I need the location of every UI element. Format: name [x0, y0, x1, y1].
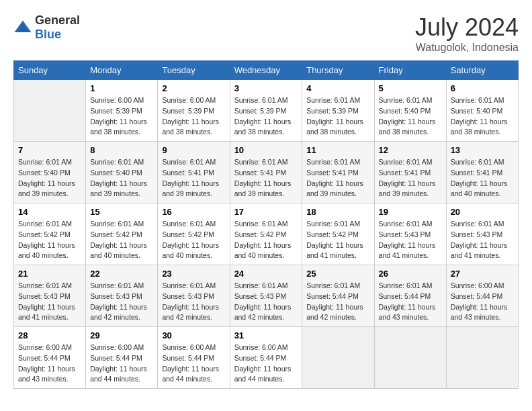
day-cell — [302, 327, 374, 389]
day-number: 19 — [379, 207, 442, 217]
day-detail: Sunrise: 6:00 AM Sunset: 5:39 PM Dayligh… — [90, 95, 153, 138]
day-cell: 20 Sunrise: 6:01 AM Sunset: 5:43 PM Dayl… — [446, 203, 518, 265]
day-detail: Sunrise: 6:01 AM Sunset: 5:42 PM Dayligh… — [234, 219, 298, 261]
day-cell — [14, 80, 86, 142]
day-cell: 10 Sunrise: 6:01 AM Sunset: 5:41 PM Dayl… — [230, 142, 302, 203]
day-cell: 2 Sunrise: 6:00 AM Sunset: 5:39 PM Dayli… — [158, 80, 230, 142]
day-detail: Sunrise: 6:01 AM Sunset: 5:43 PM Dayligh… — [451, 219, 514, 261]
day-number: 31 — [234, 330, 298, 340]
day-detail: Sunrise: 6:00 AM Sunset: 5:44 PM Dayligh… — [234, 342, 298, 385]
day-cell — [446, 327, 518, 389]
day-number: 13 — [451, 145, 514, 155]
day-detail: Sunrise: 6:01 AM Sunset: 5:40 PM Dayligh… — [451, 95, 514, 138]
month-year: July 2024 — [415, 13, 519, 42]
day-number: 18 — [306, 207, 369, 217]
calendar-table: Sunday Monday Tuesday Wednesday Thursday… — [13, 60, 519, 389]
col-friday: Friday — [374, 61, 446, 80]
day-cell: 27 Sunrise: 6:00 AM Sunset: 5:44 PM Dayl… — [446, 265, 518, 327]
header-row: Sunday Monday Tuesday Wednesday Thursday… — [14, 61, 519, 80]
day-number: 14 — [18, 207, 81, 217]
day-cell: 31 Sunrise: 6:00 AM Sunset: 5:44 PM Dayl… — [230, 327, 302, 389]
day-cell: 15 Sunrise: 6:01 AM Sunset: 5:42 PM Dayl… — [86, 203, 158, 265]
day-detail: Sunrise: 6:00 AM Sunset: 5:44 PM Dayligh… — [90, 342, 153, 385]
day-cell: 5 Sunrise: 6:01 AM Sunset: 5:40 PM Dayli… — [374, 80, 446, 142]
day-number: 9 — [162, 145, 225, 155]
day-cell: 12 Sunrise: 6:01 AM Sunset: 5:41 PM Dayl… — [374, 142, 446, 203]
day-detail: Sunrise: 6:01 AM Sunset: 5:43 PM Dayligh… — [162, 281, 225, 323]
day-cell: 14 Sunrise: 6:01 AM Sunset: 5:42 PM Dayl… — [14, 203, 86, 265]
day-detail: Sunrise: 6:00 AM Sunset: 5:44 PM Dayligh… — [162, 342, 225, 385]
day-detail: Sunrise: 6:01 AM Sunset: 5:41 PM Dayligh… — [162, 157, 225, 199]
day-number: 15 — [90, 207, 153, 217]
day-number: 11 — [306, 145, 369, 155]
day-detail: Sunrise: 6:01 AM Sunset: 5:40 PM Dayligh… — [379, 95, 442, 138]
day-cell: 4 Sunrise: 6:01 AM Sunset: 5:39 PM Dayli… — [302, 80, 374, 142]
day-detail: Sunrise: 6:01 AM Sunset: 5:42 PM Dayligh… — [162, 219, 225, 261]
day-number: 12 — [379, 145, 442, 155]
page-header: General Blue July 2024 Watugolok, Indone… — [13, 13, 519, 54]
day-number: 17 — [234, 207, 298, 217]
day-cell: 18 Sunrise: 6:01 AM Sunset: 5:42 PM Dayl… — [302, 203, 374, 265]
day-detail: Sunrise: 6:00 AM Sunset: 5:39 PM Dayligh… — [162, 95, 225, 138]
day-cell: 6 Sunrise: 6:01 AM Sunset: 5:40 PM Dayli… — [446, 80, 518, 142]
week-row-4: 28 Sunrise: 6:00 AM Sunset: 5:44 PM Dayl… — [14, 327, 519, 389]
day-detail: Sunrise: 6:01 AM Sunset: 5:43 PM Dayligh… — [379, 219, 442, 261]
col-saturday: Saturday — [446, 61, 518, 80]
day-cell: 8 Sunrise: 6:01 AM Sunset: 5:40 PM Dayli… — [86, 142, 158, 203]
day-cell — [374, 327, 446, 389]
location: Watugolok, Indonesia — [415, 42, 519, 54]
day-cell: 7 Sunrise: 6:01 AM Sunset: 5:40 PM Dayli… — [14, 142, 86, 203]
day-number: 20 — [451, 207, 514, 217]
day-cell: 28 Sunrise: 6:00 AM Sunset: 5:44 PM Dayl… — [14, 327, 86, 389]
title-block: July 2024 Watugolok, Indonesia — [415, 13, 519, 54]
day-number: 6 — [451, 83, 514, 93]
day-cell: 19 Sunrise: 6:01 AM Sunset: 5:43 PM Dayl… — [374, 203, 446, 265]
logo: General Blue — [13, 13, 80, 42]
logo-blue: Blue — [35, 28, 61, 41]
day-detail: Sunrise: 6:01 AM Sunset: 5:41 PM Dayligh… — [234, 157, 298, 199]
day-cell: 1 Sunrise: 6:00 AM Sunset: 5:39 PM Dayli… — [86, 80, 158, 142]
day-cell: 24 Sunrise: 6:01 AM Sunset: 5:43 PM Dayl… — [230, 265, 302, 327]
week-row-0: 1 Sunrise: 6:00 AM Sunset: 5:39 PM Dayli… — [14, 80, 519, 142]
day-number: 26 — [379, 269, 442, 279]
day-detail: Sunrise: 6:01 AM Sunset: 5:41 PM Dayligh… — [306, 157, 369, 199]
day-detail: Sunrise: 6:00 AM Sunset: 5:44 PM Dayligh… — [451, 281, 514, 323]
day-number: 10 — [234, 145, 298, 155]
day-cell: 16 Sunrise: 6:01 AM Sunset: 5:42 PM Dayl… — [158, 203, 230, 265]
day-number: 16 — [162, 207, 225, 217]
day-detail: Sunrise: 6:01 AM Sunset: 5:44 PM Dayligh… — [379, 281, 442, 323]
day-cell: 17 Sunrise: 6:01 AM Sunset: 5:42 PM Dayl… — [230, 203, 302, 265]
day-detail: Sunrise: 6:01 AM Sunset: 5:43 PM Dayligh… — [90, 281, 153, 323]
week-row-2: 14 Sunrise: 6:01 AM Sunset: 5:42 PM Dayl… — [14, 203, 519, 265]
day-detail: Sunrise: 6:01 AM Sunset: 5:40 PM Dayligh… — [18, 157, 81, 199]
col-thursday: Thursday — [302, 61, 374, 80]
logo-general: General — [35, 13, 80, 27]
day-number: 30 — [162, 330, 225, 340]
day-cell: 26 Sunrise: 6:01 AM Sunset: 5:44 PM Dayl… — [374, 265, 446, 327]
day-detail: Sunrise: 6:01 AM Sunset: 5:42 PM Dayligh… — [18, 219, 81, 261]
day-number: 21 — [18, 269, 81, 279]
logo-icon — [13, 18, 32, 37]
day-number: 23 — [162, 269, 225, 279]
day-number: 3 — [234, 83, 298, 93]
day-number: 29 — [90, 330, 153, 340]
day-number: 22 — [90, 269, 153, 279]
day-detail: Sunrise: 6:01 AM Sunset: 5:41 PM Dayligh… — [379, 157, 442, 199]
day-number: 28 — [18, 330, 81, 340]
day-cell: 23 Sunrise: 6:01 AM Sunset: 5:43 PM Dayl… — [158, 265, 230, 327]
day-detail: Sunrise: 6:01 AM Sunset: 5:39 PM Dayligh… — [306, 95, 369, 138]
day-detail: Sunrise: 6:01 AM Sunset: 5:42 PM Dayligh… — [90, 219, 153, 261]
day-detail: Sunrise: 6:00 AM Sunset: 5:44 PM Dayligh… — [18, 342, 81, 385]
day-cell: 3 Sunrise: 6:01 AM Sunset: 5:39 PM Dayli… — [230, 80, 302, 142]
col-tuesday: Tuesday — [158, 61, 230, 80]
day-cell: 21 Sunrise: 6:01 AM Sunset: 5:43 PM Dayl… — [14, 265, 86, 327]
day-detail: Sunrise: 6:01 AM Sunset: 5:43 PM Dayligh… — [18, 281, 81, 323]
day-number: 4 — [306, 83, 369, 93]
day-detail: Sunrise: 6:01 AM Sunset: 5:40 PM Dayligh… — [90, 157, 153, 199]
day-detail: Sunrise: 6:01 AM Sunset: 5:42 PM Dayligh… — [306, 219, 369, 261]
day-number: 5 — [379, 83, 442, 93]
col-monday: Monday — [86, 61, 158, 80]
col-sunday: Sunday — [14, 61, 86, 80]
day-cell: 29 Sunrise: 6:00 AM Sunset: 5:44 PM Dayl… — [86, 327, 158, 389]
logo-text: General Blue — [35, 13, 80, 42]
